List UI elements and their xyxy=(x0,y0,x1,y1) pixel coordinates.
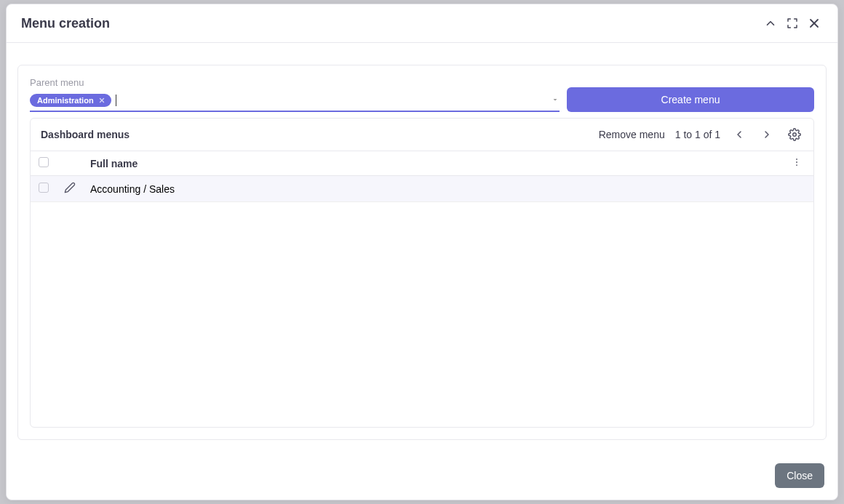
modal-header-actions xyxy=(762,15,823,32)
modal-body: Parent menu Administration xyxy=(7,43,837,455)
row-checkbox[interactable] xyxy=(39,183,49,193)
table-header-row: Full name xyxy=(31,151,813,176)
pager-text: 1 to 1 of 1 xyxy=(675,129,720,140)
close-button-label: Close xyxy=(787,470,813,481)
remove-tag-button[interactable] xyxy=(97,95,107,105)
pencil-icon xyxy=(64,182,76,193)
svg-point-7 xyxy=(796,164,797,166)
select-all-checkbox[interactable] xyxy=(39,157,49,167)
chevron-right-icon xyxy=(761,129,773,140)
text-cursor xyxy=(116,95,116,106)
pager-prev-button[interactable] xyxy=(730,126,748,143)
expand-button[interactable] xyxy=(784,15,801,32)
collapse-button[interactable] xyxy=(762,15,779,32)
dashboard-panel-header: Dashboard menus Remove menu 1 to 1 of 1 xyxy=(31,119,813,151)
dashboard-menus-panel: Dashboard menus Remove menu 1 to 1 of 1 xyxy=(30,118,814,428)
dashboard-panel-title: Dashboard menus xyxy=(41,129,589,140)
create-menu-button[interactable]: Create menu xyxy=(567,87,814,112)
column-options-button[interactable] xyxy=(792,157,806,167)
modal-title: Menu creation xyxy=(21,16,110,31)
expand-icon xyxy=(787,17,798,29)
settings-button[interactable] xyxy=(786,126,803,143)
chevron-up-icon xyxy=(764,17,777,30)
modal-footer: Close xyxy=(7,455,837,500)
remove-menu-action[interactable]: Remove menu xyxy=(599,129,665,140)
dashboard-menus-table: Full name xyxy=(31,151,813,202)
close-modal-button[interactable] xyxy=(805,15,823,32)
pager-next-button[interactable] xyxy=(758,126,776,143)
caret-down-icon xyxy=(551,95,560,104)
content-panel: Parent menu Administration xyxy=(17,65,827,440)
edit-row-button[interactable] xyxy=(64,182,76,193)
modal-header: Menu creation xyxy=(7,4,837,43)
parent-menu-input[interactable]: Administration xyxy=(30,91,560,112)
select-all-cell xyxy=(31,151,57,176)
svg-point-5 xyxy=(796,159,797,160)
edit-column-header xyxy=(57,151,83,176)
create-menu-label: Create menu xyxy=(661,94,720,105)
more-vertical-icon xyxy=(792,157,802,167)
tag-label: Administration xyxy=(37,96,94,105)
table-wrap: Full name xyxy=(31,151,813,427)
row-select-cell xyxy=(31,176,57,202)
chevron-left-icon xyxy=(733,129,745,140)
gear-icon xyxy=(788,128,801,141)
row-edit-cell xyxy=(57,176,83,202)
close-button[interactable]: Close xyxy=(775,463,824,488)
svg-point-6 xyxy=(796,161,797,163)
parent-menu-label: Parent menu xyxy=(30,77,560,88)
menu-creation-modal: Menu creation Parent menu xyxy=(6,4,838,500)
row-full-name: Accounting / Sales xyxy=(83,176,784,202)
form-row: Parent menu Administration xyxy=(30,77,814,112)
row-more-cell xyxy=(784,176,813,202)
table-row[interactable]: Accounting / Sales xyxy=(31,176,813,202)
svg-point-4 xyxy=(793,133,797,137)
more-column-header xyxy=(784,151,813,176)
dropdown-toggle[interactable] xyxy=(551,94,560,107)
parent-menu-tag: Administration xyxy=(30,94,111,107)
close-icon xyxy=(807,16,821,31)
full-name-column-header[interactable]: Full name xyxy=(83,151,784,176)
close-icon xyxy=(98,97,106,104)
parent-menu-field: Parent menu Administration xyxy=(30,77,560,112)
